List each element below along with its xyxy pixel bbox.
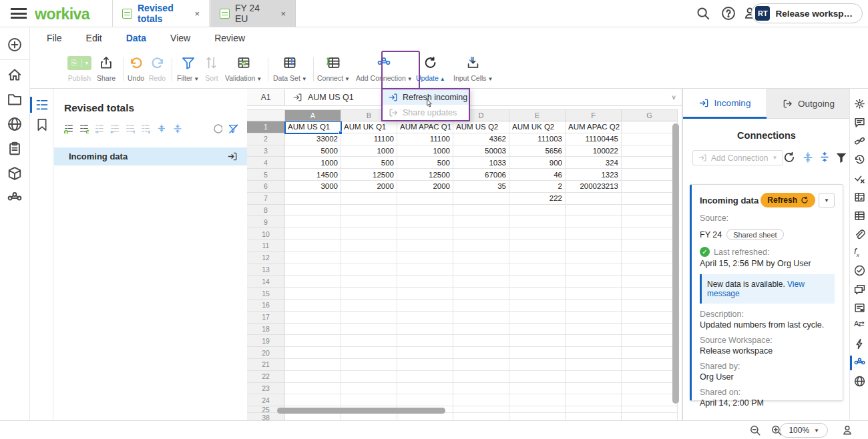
formula-icon[interactable]: fx (854, 246, 865, 258)
cell-A38[interactable] (285, 413, 341, 420)
cell-A7[interactable] (285, 193, 341, 205)
cell-C2[interactable]: 11100 (397, 133, 453, 145)
cell-C38[interactable] (397, 413, 453, 420)
cell-B3[interactable]: 1000 (341, 145, 397, 157)
connect-button[interactable]: Connect▼ (317, 53, 350, 82)
cell-G16[interactable] (622, 300, 678, 312)
add-connection-button[interactable]: Add Connection▼ (356, 53, 413, 82)
presence-user-icon[interactable] (841, 424, 853, 436)
row-header-1[interactable]: 1 (247, 121, 285, 133)
cell-C11[interactable] (397, 240, 453, 252)
cell-F5[interactable]: 1323 (566, 169, 622, 181)
history-icon[interactable] (854, 154, 865, 165)
cell-F8[interactable] (566, 205, 622, 217)
cell-A4[interactable]: 1000 (285, 157, 341, 169)
menu-edit[interactable]: Edit (86, 33, 102, 43)
cell-C14[interactable] (397, 276, 453, 288)
cell-F1[interactable]: AUM APAC Q2 (566, 121, 622, 133)
cell-F16[interactable] (566, 300, 622, 312)
column-header-F[interactable]: F (566, 109, 622, 121)
cell-F19[interactable] (566, 335, 622, 347)
cell-G3[interactable] (622, 145, 678, 157)
cell-E23[interactable] (509, 383, 566, 395)
cell-C10[interactable] (397, 228, 453, 240)
cell-D1[interactable]: AUM US Q2 (453, 121, 509, 133)
cell-G14[interactable] (622, 276, 678, 288)
cell-D17[interactable] (453, 312, 509, 324)
move-up-icon[interactable] (126, 123, 135, 133)
row-header-16[interactable]: 16 (247, 300, 285, 312)
row-header-21[interactable]: 21 (247, 359, 285, 371)
formula-value[interactable]: AUM US Q1 (285, 93, 354, 102)
cell-G38[interactable] (622, 413, 678, 420)
cell-G13[interactable] (622, 264, 678, 276)
row-header-11[interactable]: 11 (247, 240, 285, 252)
cell-D21[interactable] (453, 359, 509, 371)
cell-D13[interactable] (453, 264, 509, 276)
cell-E16[interactable] (509, 300, 566, 312)
cell-D9[interactable] (453, 216, 509, 228)
cell-C6[interactable]: 2000 (397, 181, 453, 193)
cell-E20[interactable] (509, 347, 566, 359)
attachments-icon[interactable] (854, 229, 865, 240)
row-header-38[interactable]: 38 (247, 413, 285, 420)
row-header-22[interactable]: 22 (247, 371, 285, 383)
cell-D18[interactable] (453, 324, 509, 336)
cell-E6[interactable]: 2 (509, 181, 566, 193)
connections-icon[interactable] (854, 357, 865, 368)
cell-D25[interactable] (453, 406, 509, 413)
cell-D11[interactable] (453, 240, 509, 252)
menu-view[interactable]: View (170, 33, 190, 43)
cell-F9[interactable] (566, 216, 622, 228)
cell-G6[interactable] (622, 181, 678, 193)
row-header-15[interactable]: 15 (247, 288, 285, 300)
cell-F10[interactable] (566, 228, 622, 240)
cell-F18[interactable] (566, 324, 622, 336)
clear-filter-icon[interactable] (228, 123, 238, 133)
row-header-20[interactable]: 20 (247, 347, 285, 359)
cell-E8[interactable] (509, 205, 566, 217)
horizontal-scrollbar[interactable] (277, 408, 445, 414)
cell-G22[interactable] (622, 371, 678, 383)
cell-G9[interactable] (622, 216, 678, 228)
cell-A13[interactable] (285, 264, 341, 276)
cell-B16[interactable] (341, 300, 397, 312)
validation-status-icon[interactable] (854, 173, 865, 184)
cell-D38[interactable] (453, 413, 509, 420)
row-header-3[interactable]: 3 (247, 145, 285, 157)
cell-E3[interactable]: 5656 (509, 145, 566, 157)
cell-D20[interactable] (453, 347, 509, 359)
cell-A14[interactable] (285, 276, 341, 288)
cell-F7[interactable] (566, 193, 622, 205)
cell-E22[interactable] (509, 371, 566, 383)
cell-E4[interactable]: 900 (509, 157, 566, 169)
cell-B12[interactable] (341, 252, 397, 264)
row-header-12[interactable]: 12 (247, 252, 285, 264)
cell-F23[interactable] (566, 383, 622, 395)
cell-F12[interactable] (566, 252, 622, 264)
cell-F3[interactable]: 100022 (566, 145, 622, 157)
cell-E25[interactable] (509, 406, 566, 413)
graph-icon[interactable] (7, 191, 22, 205)
cell-B2[interactable]: 11100 (341, 133, 397, 145)
cell-C12[interactable] (397, 252, 453, 264)
column-header-G[interactable]: G (622, 109, 678, 121)
add-child-section-icon[interactable] (79, 123, 89, 133)
redo-button[interactable]: Redo (149, 53, 166, 82)
cell-B9[interactable] (341, 216, 397, 228)
home-icon[interactable] (7, 67, 22, 82)
settings-icon[interactable] (854, 98, 865, 109)
cell-A3[interactable]: 5000 (285, 145, 341, 157)
cell-E13[interactable] (509, 264, 566, 276)
cell-reference-box[interactable]: A1 (247, 89, 285, 105)
cell-A8[interactable] (285, 205, 341, 217)
indent-icon[interactable] (95, 123, 104, 133)
cell-B13[interactable] (341, 264, 397, 276)
cell-G25[interactable] (622, 406, 678, 413)
cell-F6[interactable]: 200023213 (566, 181, 622, 193)
reports-icon[interactable] (7, 141, 22, 156)
datasets-icon[interactable] (7, 166, 22, 181)
comments-icon[interactable] (854, 117, 865, 128)
update-button[interactable]: Update▲ (416, 53, 445, 82)
table-formulas-icon[interactable] (854, 191, 865, 203)
